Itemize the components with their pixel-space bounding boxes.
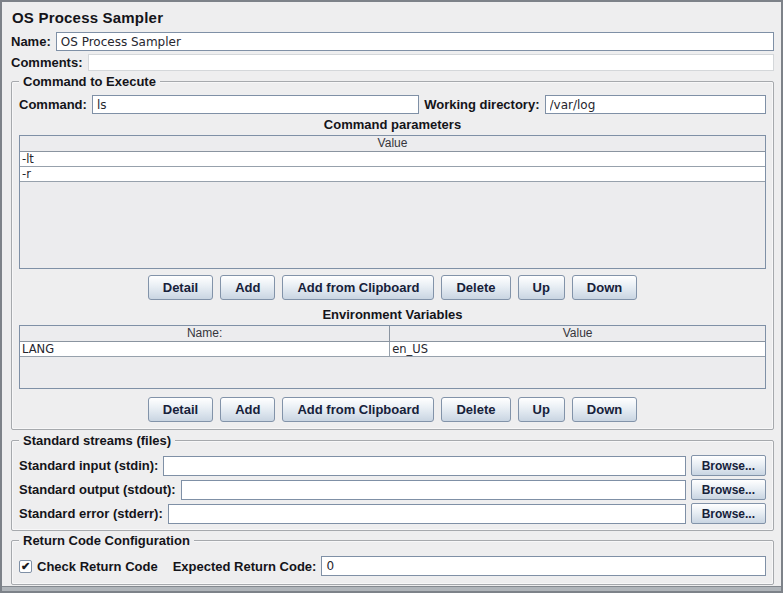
check-return-code-label: Check Return Code (37, 559, 158, 574)
env-button-row: Detail Add Add from Clipboard Delete Up … (19, 397, 766, 422)
env-down-button[interactable]: Down (572, 397, 637, 422)
table-row[interactable]: -r (20, 167, 765, 182)
working-directory-input[interactable] (545, 95, 767, 114)
check-icon: ✔ (21, 561, 30, 572)
param-cell[interactable]: -r (20, 167, 765, 181)
return-code-group-title: Return Code Configuration (19, 533, 194, 548)
command-parameters-table[interactable]: Value -lt -r (19, 135, 766, 269)
stdin-input[interactable] (163, 456, 685, 476)
stdout-input[interactable] (181, 480, 686, 500)
comments-label: Comments: (11, 55, 83, 70)
command-parameters-header: Value (20, 136, 765, 152)
env-add-button[interactable]: Add (220, 397, 275, 422)
command-input[interactable] (92, 95, 419, 114)
command-row: Command: Working directory: (19, 95, 766, 114)
params-delete-button[interactable]: Delete (441, 275, 510, 300)
env-value-cell[interactable]: en_US (390, 342, 765, 356)
stderr-row: Standard error (stderr): Browse... (19, 503, 766, 524)
standard-streams-group: Standard streams (files) Standard input … (11, 440, 774, 531)
stdout-row: Standard output (stdout): Browse... (19, 479, 766, 500)
stdin-browse-button[interactable]: Browse... (691, 455, 766, 476)
main-content: OS Process Sampler Name: Comments: Comma… (2, 2, 781, 586)
stderr-browse-button[interactable]: Browse... (691, 503, 766, 524)
env-up-button[interactable]: Up (518, 397, 565, 422)
name-row: Name: (11, 32, 774, 51)
value-column-header[interactable]: Value (20, 136, 765, 151)
params-detail-button[interactable]: Detail (148, 275, 213, 300)
expected-return-code-input[interactable] (321, 556, 766, 576)
environment-variables-title: Environment Variables (19, 307, 766, 322)
stdin-label: Standard input (stdin): (19, 458, 158, 473)
comments-input[interactable] (88, 54, 774, 71)
table-row[interactable]: LANG en_US (20, 342, 765, 357)
table-row[interactable]: -lt (20, 152, 765, 167)
command-to-execute-group: Command to Execute Command: Working dire… (11, 81, 774, 430)
env-detail-button[interactable]: Detail (148, 397, 213, 422)
params-up-button[interactable]: Up (518, 275, 565, 300)
params-button-row: Detail Add Add from Clipboard Delete Up … (19, 275, 766, 300)
command-label: Command: (19, 97, 87, 112)
return-code-group: Return Code Configuration ✔ Check Return… (11, 540, 774, 585)
stdout-label: Standard output (stdout): (19, 482, 176, 497)
standard-streams-title: Standard streams (files) (19, 433, 175, 448)
env-add-from-clipboard-button[interactable]: Add from Clipboard (282, 397, 434, 422)
name-column-header[interactable]: Name: (20, 326, 390, 341)
param-cell[interactable]: -lt (20, 152, 765, 166)
stdout-browse-button[interactable]: Browse... (691, 479, 766, 500)
comments-row: Comments: (11, 54, 774, 71)
os-process-sampler-window: OS Process Sampler Name: Comments: Comma… (0, 0, 783, 593)
environment-variables-header: Name: Value (20, 326, 765, 342)
return-code-row: ✔ Check Return Code Expected Return Code… (19, 556, 766, 576)
name-label: Name: (11, 34, 51, 49)
params-add-from-clipboard-button[interactable]: Add from Clipboard (282, 275, 434, 300)
stdin-row: Standard input (stdin): Browse... (19, 455, 766, 476)
env-name-cell[interactable]: LANG (20, 342, 390, 356)
stderr-input[interactable] (168, 504, 686, 524)
command-group-title: Command to Execute (19, 74, 160, 89)
env-delete-button[interactable]: Delete (441, 397, 510, 422)
window-bottom-edge (2, 586, 781, 591)
working-directory-label: Working directory: (424, 97, 539, 112)
params-add-button[interactable]: Add (220, 275, 275, 300)
expected-return-code-label: Expected Return Code: (173, 559, 317, 574)
environment-variables-table[interactable]: Name: Value LANG en_US (19, 325, 766, 389)
stderr-label: Standard error (stderr): (19, 506, 163, 521)
check-return-code-checkbox[interactable]: ✔ (19, 560, 32, 573)
value-column-header[interactable]: Value (390, 326, 765, 341)
params-down-button[interactable]: Down (572, 275, 637, 300)
page-title: OS Process Sampler (12, 9, 774, 26)
command-parameters-title: Command parameters (19, 117, 766, 132)
name-input[interactable] (56, 32, 774, 51)
